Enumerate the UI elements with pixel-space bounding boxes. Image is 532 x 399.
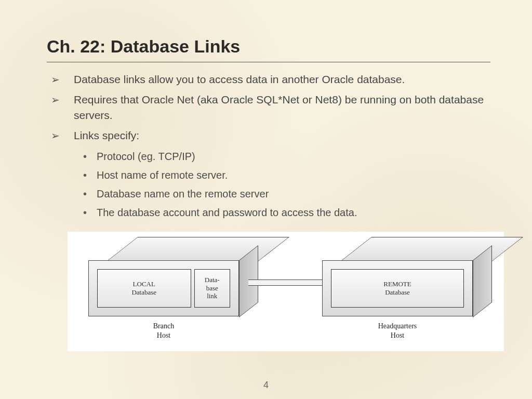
slide: Ch. 22: Database Links Database links al… <box>0 0 532 399</box>
architecture-diagram: LOCAL Database Data- base link Branch Ho… <box>68 232 504 351</box>
link-connector <box>248 280 330 286</box>
branch-host-label: Branch Host <box>125 322 203 340</box>
bullet-item: Database links allow you to access data … <box>47 72 490 87</box>
bullet-item: Links specify: <box>47 128 490 143</box>
slide-title: Ch. 22: Database Links <box>47 36 490 57</box>
title-underline <box>47 62 490 62</box>
database-link-panel: Data- base link <box>194 269 231 308</box>
hq-host-label: Headquarters Host <box>356 322 439 340</box>
local-database-panel: LOCAL Database <box>97 269 191 308</box>
sub-bullet-list: Protocol (eg. TCP/IP) Host name of remot… <box>47 149 490 220</box>
bullet-list: Database links allow you to access data … <box>47 72 490 143</box>
sub-bullet-item: Database name on the remote server <box>47 186 490 202</box>
sub-bullet-item: Host name of remote server. <box>47 167 490 183</box>
remote-database-panel: REMOTE Database <box>331 269 464 308</box>
sub-bullet-item: Protocol (eg. TCP/IP) <box>47 149 490 164</box>
bullet-item: Requires that Oracle Net (aka Oracle SQL… <box>47 92 490 123</box>
sub-bullet-item: The database account and password to acc… <box>47 205 490 220</box>
page-number: 4 <box>0 380 532 391</box>
